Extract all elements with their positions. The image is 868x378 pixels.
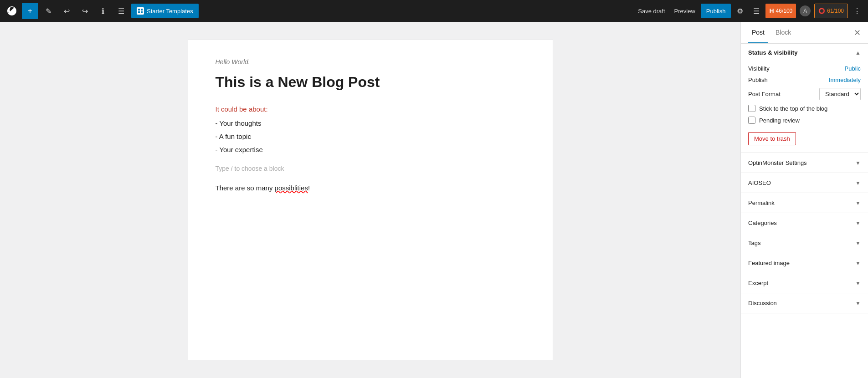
optinmonster-label: OptinMonster Settings <box>748 159 807 166</box>
block-placeholder[interactable]: Type / to choose a block <box>216 163 525 174</box>
stick-to-top-checkbox[interactable] <box>748 105 755 112</box>
aioseo-header[interactable]: AIOSEO ▼ <box>741 173 868 193</box>
chevron-down-icon: ▼ <box>855 160 861 166</box>
featured-image-header[interactable]: Featured image ▼ <box>741 253 868 273</box>
status-visibility-section: Status & visibility ▲ Visibility Public … <box>741 44 868 153</box>
optinmonster-section: OptinMonster Settings ▼ <box>741 153 868 173</box>
categories-label: Categories <box>748 220 777 226</box>
settings-button[interactable]: ⚙ <box>733 4 747 18</box>
redo-icon: ↪ <box>82 7 88 15</box>
add-block-button[interactable]: + <box>22 3 38 19</box>
info-icon: ℹ <box>102 7 104 15</box>
status-visibility-header[interactable]: Status & visibility ▲ <box>741 44 868 61</box>
pending-review-checkbox[interactable] <box>748 117 755 124</box>
opt-icon: ⭕ <box>818 8 825 14</box>
svg-rect-2 <box>138 11 140 13</box>
chevron-down-icon-7: ▼ <box>855 280 861 286</box>
more-tools-button[interactable]: ☰ <box>749 4 764 18</box>
chevron-down-icon-4: ▼ <box>855 220 861 226</box>
move-to-trash-button[interactable]: Move to trash <box>748 132 796 145</box>
chevron-down-icon-5: ▼ <box>855 240 861 246</box>
sidebar-header: Post Block ✕ <box>741 22 868 44</box>
visibility-row: Visibility Public <box>748 65 861 72</box>
discussion-label: Discussion <box>748 300 777 306</box>
visibility-label: Visibility <box>748 65 770 72</box>
post-heading[interactable]: This is a New Blog Post <box>216 73 525 92</box>
discussion-section: Discussion ▼ <box>741 293 868 313</box>
list-view-button[interactable]: ☰ <box>113 3 129 19</box>
chevron-down-icon-3: ▼ <box>855 200 861 206</box>
gear-icon: ⚙ <box>737 7 743 15</box>
toolbar: + ✎ ↩ ↪ ℹ ☰ Starter Templates Save draft… <box>0 0 868 22</box>
body-line-1: It could be about: <box>216 103 525 115</box>
discussion-header[interactable]: Discussion ▼ <box>741 293 868 313</box>
post-format-select[interactable]: Standard Aside Image Video Quote Link Ga… <box>819 88 861 100</box>
redo-button[interactable]: ↪ <box>77 3 93 19</box>
starter-templates-icon <box>137 7 144 15</box>
permalink-header[interactable]: Permalink ▼ <box>741 193 868 213</box>
svg-rect-0 <box>138 9 140 10</box>
permalink-section: Permalink ▼ <box>741 193 868 213</box>
list-view-icon: ☰ <box>118 7 124 15</box>
featured-image-section: Featured image ▼ <box>741 253 868 273</box>
overflow-menu-button[interactable]: ⋮ <box>850 4 864 18</box>
starter-templates-button[interactable]: Starter Templates <box>131 4 199 18</box>
pending-review-label: Pending review <box>759 117 800 124</box>
undo-button[interactable]: ↩ <box>58 3 75 19</box>
excerpt-header[interactable]: Excerpt ▼ <box>741 273 868 293</box>
opt-score-badge[interactable]: ⭕ 61/100 <box>814 4 848 18</box>
preview-button[interactable]: Preview <box>671 5 699 17</box>
info-button[interactable]: ℹ <box>95 3 111 19</box>
overflow-icon: ⋮ <box>853 7 861 15</box>
sidebar: Post Block ✕ Status & visibility ▲ Visib… <box>740 22 868 378</box>
pencil-icon: ✎ <box>46 7 51 15</box>
status-visibility-body: Visibility Public Publish Immediately Po… <box>741 61 868 153</box>
editor-content: Hello World. This is a New Blog Post It … <box>188 40 553 360</box>
optinmonster-header[interactable]: OptinMonster Settings ▼ <box>741 153 868 173</box>
svg-rect-1 <box>141 9 143 10</box>
editor-area[interactable]: Hello World. This is a New Blog Post It … <box>0 22 740 378</box>
body-end: There are so many possiblities! <box>216 182 525 194</box>
headings-score-badge[interactable]: H 46/100 <box>765 4 796 18</box>
h-icon: H <box>769 7 774 15</box>
svg-rect-3 <box>141 11 143 13</box>
tab-post[interactable]: Post <box>748 22 768 43</box>
main-area: Hello World. This is a New Blog Post It … <box>0 22 868 378</box>
avatar-button[interactable]: A <box>798 4 812 18</box>
close-icon: ✕ <box>854 28 861 38</box>
avatar-icon: A <box>800 5 811 16</box>
excerpt-label: Excerpt <box>748 280 768 286</box>
post-body[interactable]: It could be about: - Your thoughts - A f… <box>216 103 525 194</box>
tags-header[interactable]: Tags ▼ <box>741 233 868 253</box>
starter-templates-label: Starter Templates <box>147 8 193 15</box>
pending-review-row: Pending review <box>748 117 861 124</box>
tags-label: Tags <box>748 240 760 246</box>
body-line-4: - Your expertise <box>216 143 525 156</box>
visibility-value[interactable]: Public <box>845 65 861 72</box>
plus-icon: + <box>28 7 32 15</box>
permalink-label: Permalink <box>748 199 775 206</box>
tags-section: Tags ▼ <box>741 233 868 253</box>
publish-value[interactable]: Immediately <box>829 77 861 83</box>
edit-button[interactable]: ✎ <box>40 3 56 19</box>
sidebar-close-button[interactable]: ✕ <box>854 28 861 38</box>
featured-image-label: Featured image <box>748 260 790 266</box>
publish-row: Publish Immediately <box>748 77 861 83</box>
excerpt-section: Excerpt ▼ <box>741 273 868 293</box>
post-format-label: Post Format <box>748 91 781 97</box>
stick-to-top-row: Stick to the top of the blog <box>748 105 861 112</box>
misspelled-word: possiblities <box>275 184 308 192</box>
chevron-down-icon-6: ▼ <box>855 260 861 266</box>
h-score-value: 46/100 <box>776 8 793 14</box>
tab-block[interactable]: Block <box>772 22 795 43</box>
categories-header[interactable]: Categories ▼ <box>741 213 868 233</box>
body-line-3: - A fun topic <box>216 130 525 143</box>
post-title[interactable]: Hello World. <box>216 58 525 66</box>
save-draft-button[interactable]: Save draft <box>634 5 668 17</box>
undo-icon: ↩ <box>64 7 70 15</box>
wp-logo[interactable] <box>4 3 20 19</box>
stick-to-top-label: Stick to the top of the blog <box>759 105 827 112</box>
body-line-2: - Your thoughts <box>216 117 525 129</box>
publish-button[interactable]: Publish <box>701 4 731 18</box>
opt-score-value: 61/100 <box>827 8 844 14</box>
